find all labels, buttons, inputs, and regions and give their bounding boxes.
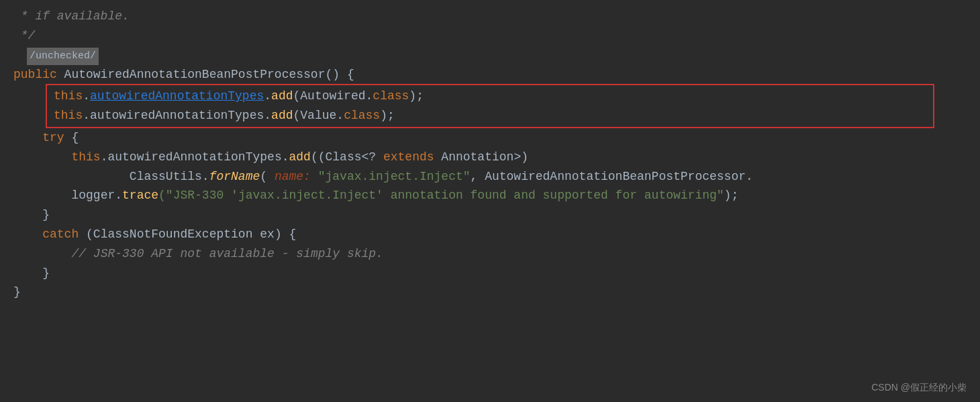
code-line: try {: [0, 128, 980, 148]
highlighted-block: this.autowiredAnnotationTypes.add(Autowi…: [46, 84, 934, 128]
keyword: class: [344, 109, 380, 122]
param-name: name:: [275, 170, 311, 183]
code-line: ClassUtils.forName( name: "javax.inject.…: [0, 167, 980, 187]
code-line: }: [0, 264, 980, 283]
class-name: AutowiredAnnotationBeanPostProcessor() {: [57, 68, 354, 81]
code-line: // JSR-330 API not available - simply sk…: [0, 244, 980, 264]
comment-text: // JSR-330 API not available - simply sk…: [71, 247, 383, 260]
code-line: logger.trace("JSR-330 'javax.inject.Inje…: [0, 186, 980, 205]
highlighted-line: this.autowiredAnnotationTypes.add(Value.…: [47, 106, 933, 125]
keyword: catch: [42, 228, 79, 241]
method-name: add: [271, 89, 293, 103]
highlighted-line: this.autowiredAnnotationTypes.add(Autowi…: [47, 87, 933, 106]
code-line: catch (ClassNotFoundException ex) {: [0, 225, 980, 244]
keyword: try: [42, 131, 64, 144]
method-name: add: [289, 150, 311, 164]
code-line: this.autowiredAnnotationTypes.add((Class…: [0, 148, 980, 167]
method-name: trace: [122, 189, 158, 202]
code-line: }: [0, 283, 980, 302]
string-literal: "javax.inject.Inject": [311, 170, 471, 183]
keyword: this: [71, 150, 100, 164]
method-name: forName: [209, 170, 260, 183]
watermark: CSDN @假正经的小柴: [871, 381, 967, 395]
comment-text: */: [13, 29, 35, 42]
unchecked-badge: /unchecked/: [27, 48, 99, 65]
keyword: this: [54, 89, 83, 103]
string-literal: ("JSR-330 'javax.inject.Inject' annotati…: [158, 189, 724, 202]
type-text: autowiredAnnotationTypes: [90, 109, 264, 122]
keyword: extends: [383, 150, 434, 164]
code-line: */: [0, 26, 980, 46]
code-line: * if available.: [0, 7, 980, 26]
code-container: * if available. */ /unchecked/ public Au…: [0, 0, 980, 402]
comment-text: * if available.: [13, 9, 130, 23]
keyword: public: [13, 68, 57, 81]
keyword: class: [373, 89, 409, 103]
code-line: }: [0, 205, 980, 225]
keyword: this: [54, 109, 83, 122]
method-name: add: [271, 109, 293, 122]
code-line: public AutowiredAnnotationBeanPostProces…: [0, 65, 980, 85]
code-line: /unchecked/: [0, 46, 980, 65]
link-text: autowiredAnnotationTypes: [90, 89, 264, 103]
